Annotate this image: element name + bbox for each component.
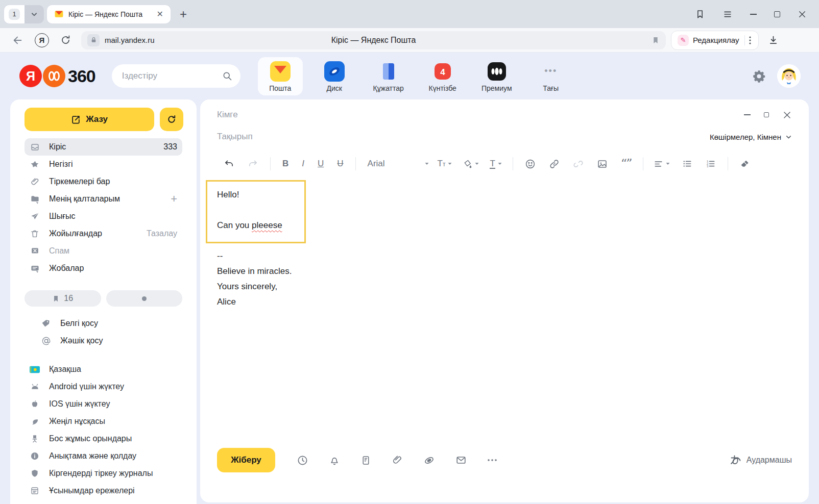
notification-bell-icon[interactable]: [319, 455, 350, 466]
service-docs[interactable]: Құжаттар: [366, 57, 411, 95]
service-disk[interactable]: Диск: [312, 57, 357, 95]
address-bar[interactable]: mail.yandex.ru Кіріс — Яндекс Пошта: [81, 31, 666, 49]
service-calendar[interactable]: 4 Күнтізбе: [420, 57, 465, 95]
schedule-send-icon[interactable]: [286, 455, 319, 466]
clear-trash-link[interactable]: Тазалау: [147, 229, 177, 238]
more-options-icon[interactable]: [745, 36, 755, 44]
undo-icon[interactable]: [217, 159, 241, 169]
browser-toolbar: Я mail.yandex.ru Кіріс — Яндекс Пошта ✎ …: [0, 28, 819, 53]
translator-button[interactable]: Аудармашы: [729, 454, 792, 466]
attach-file-icon[interactable]: [381, 455, 413, 466]
sidebar-item-add-label[interactable]: Белгі қосу: [36, 315, 182, 332]
sidebar-item-primary[interactable]: Негізгі: [25, 156, 182, 173]
service-more[interactable]: ••• Тағы: [528, 57, 573, 95]
yandex-logo-button[interactable]: Я: [35, 33, 49, 47]
browser-menu-icon[interactable]: [722, 9, 733, 19]
underline-icon[interactable]: U: [311, 159, 330, 169]
refresh-button[interactable]: [160, 108, 183, 131]
formatting-toolbar: B I U U Arial Tт T: [217, 155, 792, 173]
android-icon: [30, 383, 40, 391]
bookmarks-pill[interactable]: 16: [25, 290, 101, 307]
downloads-icon[interactable]: [768, 35, 779, 45]
bookmark-tab-icon: [52, 295, 60, 303]
sidebar-link-android[interactable]: Android үшін жүктеу: [25, 378, 182, 395]
attach-from-disk-icon[interactable]: [413, 455, 445, 466]
sidebar-link-language[interactable]: Қазақша: [25, 361, 182, 378]
reload-icon[interactable]: [54, 35, 77, 45]
send-button[interactable]: Жіберу: [217, 448, 275, 472]
strikethrough-icon[interactable]: U: [330, 159, 350, 169]
cc-from-toggle[interactable]: Көшірмелер, Кімнен: [710, 133, 792, 141]
highlight-color-select[interactable]: [457, 159, 485, 169]
emoji-icon[interactable]: [518, 159, 542, 169]
new-tab-button[interactable]: +: [176, 7, 191, 21]
sidebar-link-vacancies[interactable]: Бос жұмыс орындары: [25, 430, 182, 447]
compose-close-icon[interactable]: [782, 110, 792, 120]
search-input[interactable]: Іздестіру: [112, 64, 240, 88]
sidebar-link-light-version[interactable]: Жеңіл нұсқасы: [25, 413, 182, 430]
eraser-icon[interactable]: [733, 159, 757, 169]
browser-tab[interactable]: Кіріс — Яндекс Пошта ✕: [47, 5, 171, 23]
align-select[interactable]: [648, 159, 676, 169]
sidebar-item-sent[interactable]: Шығыс: [25, 208, 182, 225]
attach-from-mail-icon[interactable]: [445, 455, 477, 466]
settings-gear-icon[interactable]: [752, 69, 766, 83]
sidebar-item-add-mailbox[interactable]: Жәшік қосу: [36, 332, 182, 349]
side-panel-icon[interactable]: [695, 9, 705, 19]
compose-minimize-icon[interactable]: [744, 114, 751, 115]
sidebar-item-with-attachments[interactable]: Тіркемелері бар: [25, 173, 182, 190]
chevron-down-icon: [785, 134, 792, 140]
yandex-360-logo[interactable]: Я 360: [19, 65, 95, 87]
tab-count-segment[interactable]: 1: [4, 5, 25, 23]
sidebar-item-spam[interactable]: Спам: [25, 242, 182, 260]
italic-icon[interactable]: I: [295, 159, 311, 169]
service-premium[interactable]: Премиум: [474, 57, 519, 95]
user-avatar[interactable]: [777, 64, 801, 88]
template-icon[interactable]: [350, 455, 381, 466]
service-mail[interactable]: Пошта: [258, 57, 303, 95]
lock-icon[interactable]: [87, 34, 100, 46]
sidebar-item-trash[interactable]: Жойылғандар Тазалау: [25, 225, 182, 242]
bookmark-icon[interactable]: [652, 36, 660, 44]
dot-pill[interactable]: [106, 290, 183, 307]
compose-button[interactable]: Жазу: [25, 108, 154, 131]
edit-mode-button[interactable]: ✎ Редакциялау: [671, 31, 759, 50]
sidebar-item-inbox[interactable]: Кіріс 333: [25, 138, 182, 156]
subject-field[interactable]: Тақырып: [217, 132, 253, 142]
tab-list-button[interactable]: 1: [4, 5, 44, 23]
insert-image-icon[interactable]: [590, 159, 614, 169]
compose-restore-icon[interactable]: [764, 112, 769, 117]
message-body[interactable]: Hello! Can you pleeese -- Believe in mir…: [217, 187, 292, 310]
caret-down-icon: [474, 161, 479, 166]
sidebar-link-login-journal[interactable]: Кіргендерді тіркеу журналы: [25, 465, 182, 482]
back-icon[interactable]: [6, 35, 30, 46]
tab-list-chevron-button[interactable]: [25, 5, 44, 23]
font-size-select[interactable]: Tт: [432, 159, 458, 169]
sidebar-link-recommendations[interactable]: Ұсынымдар ережелері: [25, 482, 182, 499]
sidebar-item-projects[interactable]: Жобалар: [25, 260, 182, 277]
bullet-list-icon[interactable]: [676, 159, 699, 169]
numbered-list-icon[interactable]: 123: [699, 159, 722, 169]
to-field[interactable]: Кімге: [217, 110, 238, 120]
office-chair-icon: [30, 434, 40, 443]
link-icon[interactable]: [542, 159, 566, 169]
quote-icon[interactable]: “”: [614, 160, 638, 167]
unlink-icon[interactable]: [566, 159, 590, 169]
window-close-button[interactable]: [798, 10, 807, 19]
bold-icon[interactable]: B: [276, 159, 295, 169]
redo-icon[interactable]: [241, 159, 265, 169]
add-folder-icon[interactable]: +: [171, 192, 177, 206]
sidebar-link-ios[interactable]: IOS үшін жүктеу: [25, 395, 182, 413]
sidebar-item-my-folders[interactable]: Менің қалталарым +: [25, 190, 182, 208]
window-maximize-button[interactable]: [774, 11, 780, 17]
sidebar-link-help[interactable]: Анықтама және қолдау: [25, 447, 182, 465]
search-icon[interactable]: [222, 71, 232, 81]
signature-divider: --: [217, 248, 292, 264]
font-family-select[interactable]: Arial: [361, 159, 432, 169]
tab-close-icon[interactable]: ✕: [155, 9, 165, 19]
window-minimize-button[interactable]: [750, 14, 757, 15]
premium-service-icon: [487, 61, 507, 82]
dot-icon: [142, 296, 147, 301]
more-actions-icon[interactable]: [477, 459, 508, 462]
text-color-select[interactable]: T: [485, 159, 507, 169]
